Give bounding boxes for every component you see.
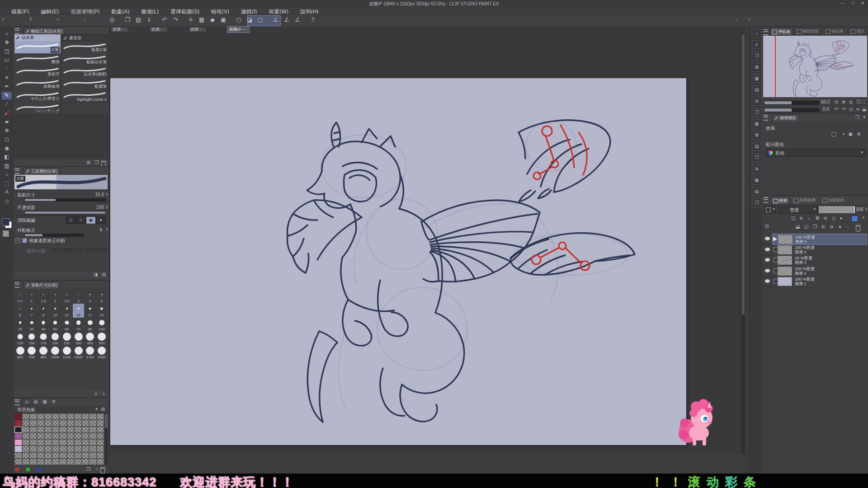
layer-panel-settings-icon[interactable]: ⊟	[765, 224, 769, 229]
brush-item[interactable]: 擬真G筆	[61, 41, 108, 54]
lock-transparent-icon[interactable]: ⧉	[824, 216, 827, 221]
brush-size-option[interactable]: 6	[14, 304, 26, 318]
layer-row[interactable]: 100 %普通圖層 5	[772, 234, 867, 245]
new-raster-layer-icon[interactable]: ⬓	[796, 224, 800, 229]
swatch-cell[interactable]	[44, 427, 52, 433]
frame-tool-icon[interactable]: ⬚	[2, 180, 12, 188]
layer-thumbnail[interactable]	[778, 245, 792, 254]
brush-size-value[interactable]: 15.0	[90, 192, 104, 197]
nav-flip-h-icon[interactable]: ⊳	[856, 107, 860, 112]
layer-opacity-stepper[interactable]: ▲▼	[864, 207, 868, 211]
color-set-grid-icon[interactable]: ▤	[101, 407, 105, 411]
brush-size-option[interactable]: 400	[85, 332, 96, 346]
swatch-cell[interactable]	[52, 452, 60, 459]
swatch-cell[interactable]	[37, 446, 45, 452]
brush-size-option[interactable]: 1500	[73, 346, 84, 360]
swatch-cell[interactable]	[52, 433, 60, 439]
mask-enable-icon[interactable]: ◻	[832, 216, 835, 221]
text-tool-icon[interactable]: A	[2, 188, 12, 196]
close-button[interactable]: ✕	[861, 1, 864, 5]
swatch-color[interactable]	[14, 433, 22, 439]
stabilize-slider[interactable]	[24, 234, 84, 237]
size-display-icon[interactable]: △	[94, 390, 98, 395]
open-file-icon[interactable]: ▤	[134, 16, 143, 24]
nav-flip-v-icon[interactable]: ⬓	[862, 107, 866, 112]
ruler-snap-3-icon[interactable]: ∠	[293, 16, 302, 24]
material-folder-icon[interactable]: ▤	[752, 85, 762, 94]
nav-flip-icon[interactable]: ❐	[856, 99, 860, 104]
swatch-cell[interactable]	[59, 413, 67, 420]
brush-size-option[interactable]: 2000	[96, 346, 108, 360]
zoom-tool-icon[interactable]: ⌕	[2, 30, 12, 38]
snap-special-ruler-icon[interactable]: ◪	[245, 16, 254, 24]
brush-size-option[interactable]: 8	[38, 304, 49, 318]
brush-size-option[interactable]: 15	[73, 304, 84, 318]
swatch-cell[interactable]	[82, 452, 90, 459]
close-tab-icon[interactable]: ×	[203, 28, 205, 32]
navigator-tab-3[interactable]: 物品庫	[824, 28, 846, 35]
brush-size-option[interactable]: 1.5	[38, 290, 49, 304]
material-folder-icon[interactable]: ❐	[752, 52, 762, 61]
brush-size-option[interactable]: 80	[85, 318, 96, 332]
chevron-down-icon[interactable]: ▾	[863, 216, 864, 220]
swatch-cell[interactable]	[59, 452, 67, 459]
swatch-cell[interactable]	[44, 439, 52, 446]
nav-rotate-reset-icon[interactable]: ◷	[849, 107, 853, 112]
brush-size-option[interactable]: 17	[85, 304, 96, 318]
brush-size-option[interactable]: 250	[61, 332, 72, 346]
document-tab-1[interactable]: 插圖 ▾×	[110, 26, 129, 33]
save-icon[interactable]: ⇓	[145, 16, 154, 24]
swatch-cell[interactable]	[44, 433, 52, 439]
swatch-cell[interactable]	[14, 452, 22, 459]
layer-row[interactable]: 16 %普通圖層 3	[772, 255, 867, 265]
brush-size-option[interactable]: 2	[49, 290, 61, 304]
brush-item[interactable]: 圓筆	[14, 53, 61, 66]
swatch-cell[interactable]	[14, 459, 22, 465]
swatch-cell[interactable]	[29, 420, 37, 426]
swatch-cell[interactable]	[74, 433, 82, 439]
brush-item[interactable]: 粗澀筆	[61, 78, 108, 90]
layer-color-effect-icon[interactable]: ▣	[849, 131, 853, 136]
panel-more-icon[interactable]: ▾	[863, 115, 865, 119]
brush-size-option[interactable]: 500	[96, 332, 108, 346]
swatch-color[interactable]	[14, 420, 22, 426]
clip-to-layer-icon[interactable]: ◫	[791, 216, 795, 221]
swatch-cell[interactable]	[22, 433, 30, 439]
swatch-grid[interactable]	[14, 413, 104, 465]
brush-size-option[interactable]: 150	[26, 332, 38, 346]
navigator-tab-1[interactable]: 導航器	[770, 28, 793, 36]
brush-size-option[interactable]: 700	[26, 346, 38, 360]
swatch-cell[interactable]	[22, 413, 30, 420]
layer-thumbnail[interactable]	[778, 267, 792, 276]
eyedropper-tool-icon[interactable]: ✒	[2, 83, 12, 90]
canvas-vscrollbar[interactable]	[741, 33, 745, 454]
color-wheel-tab-icon[interactable]: ◐	[23, 399, 32, 405]
layer-opacity-value[interactable]: 100	[856, 207, 863, 212]
swatch-cell[interactable]	[97, 459, 104, 465]
nav-rotate-cw-icon[interactable]: ↷	[842, 107, 845, 112]
swatch-cell[interactable]	[52, 413, 60, 420]
document-tab-2[interactable]: 插圖 ▾×	[149, 26, 168, 33]
subtool-group-tab-1[interactable]: 沾水筆	[14, 34, 61, 41]
color-slider-tab-icon[interactable]: ▤	[32, 399, 40, 404]
extract-line-effect-icon[interactable]: ≣	[857, 131, 861, 136]
transparent-color-swatch[interactable]	[3, 230, 8, 236]
aa-strong-button[interactable]: ●	[96, 216, 106, 224]
navigator-tab-4[interactable]: 資訊	[849, 28, 867, 35]
layer-visible-toggle[interactable]	[762, 276, 773, 287]
swatch-cell[interactable]	[37, 459, 45, 465]
brush-size-option[interactable]: 5	[96, 290, 108, 304]
swatch-cell[interactable]	[29, 439, 37, 446]
tone-effect-icon[interactable]: ◑	[842, 131, 844, 136]
swatch-cell[interactable]	[82, 420, 90, 426]
combine-layer-icon[interactable]: ⧉	[830, 224, 833, 230]
brush-size-option[interactable]: 1	[26, 290, 38, 304]
material-folder-icon[interactable]: ❐	[752, 108, 762, 117]
swatch-cell[interactable]	[22, 427, 30, 433]
recent-color-swatch[interactable]	[26, 468, 30, 471]
ruler-snap-2-icon[interactable]: ∠	[282, 16, 291, 24]
swatch-cell[interactable]	[22, 452, 30, 459]
speed-correct-checkbox[interactable]: ✓	[22, 238, 28, 244]
crop-icon[interactable]: ▣	[219, 16, 228, 24]
aa-none-button[interactable]: ◇	[66, 216, 76, 224]
